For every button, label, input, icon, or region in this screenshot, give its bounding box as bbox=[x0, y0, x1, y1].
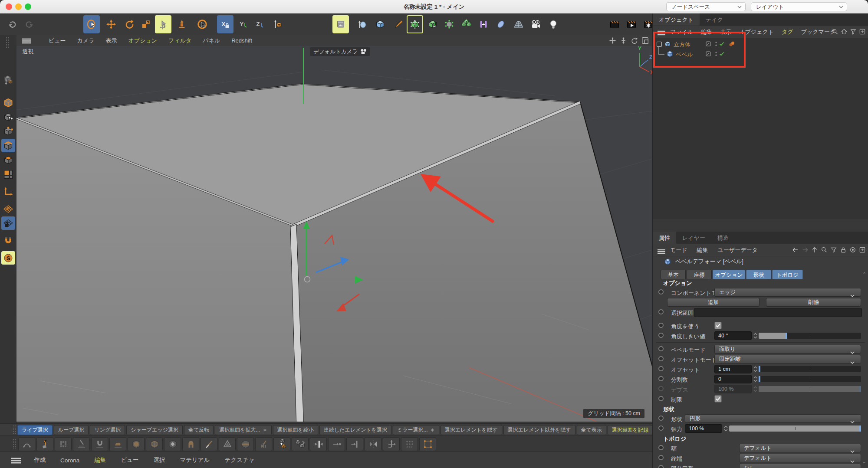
viewport-menu-ビュー[interactable]: ビュー bbox=[49, 37, 66, 45]
object-manager-menu-タグ[interactable]: タグ bbox=[782, 28, 793, 36]
bottom-menu-選択[interactable]: 選択 bbox=[153, 456, 165, 464]
lock-icon[interactable] bbox=[840, 246, 847, 253]
keyframe-circle[interactable] bbox=[658, 465, 664, 468]
matrix-extrude-icon[interactable] bbox=[182, 437, 199, 451]
keyframe-circle[interactable] bbox=[658, 366, 664, 371]
scale-tool-icon[interactable] bbox=[138, 15, 154, 33]
value-field-角度しきい値[interactable]: 40 ° bbox=[714, 331, 752, 340]
scroll-up-icon[interactable]: ⌃ bbox=[862, 272, 866, 277]
rotate-edge-icon[interactable] bbox=[292, 437, 309, 451]
undo-icon[interactable] bbox=[4, 15, 21, 33]
spline-pen-icon[interactable] bbox=[390, 15, 407, 33]
keyframe-circle[interactable] bbox=[658, 333, 664, 338]
slider-張力[interactable] bbox=[729, 425, 861, 432]
stepper-icon[interactable] bbox=[753, 386, 758, 393]
viewport-menu-カメラ[interactable]: カメラ bbox=[77, 37, 95, 45]
bottom-menu-ビュー[interactable]: ビュー bbox=[121, 456, 138, 464]
slider-オフセット[interactable] bbox=[759, 366, 861, 372]
cube-object[interactable] bbox=[16, 84, 652, 422]
bottom-menu-編集[interactable]: 編集 bbox=[94, 456, 106, 464]
layout-dropdown[interactable]: レイアウト bbox=[751, 2, 847, 11]
stepper-icon[interactable] bbox=[723, 425, 728, 432]
selection-button-選択範囲を縮小[interactable]: 選択範囲を縮小 bbox=[273, 425, 318, 435]
x-axis-lock-icon[interactable]: X bbox=[217, 15, 233, 33]
move-tool-icon[interactable] bbox=[103, 15, 119, 33]
remove-button[interactable]: 削除 bbox=[766, 298, 861, 307]
slider-handle[interactable] bbox=[859, 386, 861, 392]
back-arrow-icon[interactable] bbox=[792, 246, 799, 253]
viewport-menu-表示[interactable]: 表示 bbox=[106, 37, 117, 45]
keyframe-circle[interactable] bbox=[658, 416, 664, 421]
dropdown-部分円形[interactable]: なし bbox=[739, 464, 861, 468]
viewport-menu-icon[interactable] bbox=[22, 38, 31, 46]
toolbar-grip[interactable] bbox=[13, 439, 16, 448]
slider-分割数[interactable] bbox=[759, 376, 861, 382]
iron-tool-icon[interactable] bbox=[109, 437, 126, 451]
add-panel-icon[interactable] bbox=[859, 246, 866, 253]
set-point-value-icon[interactable]: XYZ bbox=[401, 437, 418, 451]
tab-テイク[interactable]: テイク bbox=[700, 13, 729, 26]
redo-icon[interactable] bbox=[21, 15, 37, 33]
stepper-icon[interactable] bbox=[753, 332, 758, 339]
texture-mode-icon[interactable] bbox=[1, 110, 15, 124]
render-button-icon[interactable] bbox=[623, 15, 640, 33]
subdiv-surface-icon[interactable] bbox=[407, 15, 423, 33]
value-field-分割数[interactable]: 0 bbox=[714, 375, 752, 383]
model-mode-icon[interactable] bbox=[1, 96, 15, 109]
palette-grip[interactable] bbox=[6, 37, 9, 48]
keyframe-circle[interactable] bbox=[658, 346, 664, 351]
slider-handle[interactable] bbox=[759, 366, 760, 372]
rotate-view-icon[interactable] bbox=[631, 37, 638, 44]
fields-icon[interactable] bbox=[475, 15, 492, 33]
value-field-デプス[interactable]: 100 % bbox=[714, 385, 752, 393]
solidify-icon[interactable] bbox=[237, 437, 254, 451]
keyframe-circle[interactable] bbox=[658, 289, 664, 295]
selection-button-リング選択[interactable]: リング選択 bbox=[90, 425, 125, 435]
selection-button-ミラー選択...[interactable]: ミラー選択... bbox=[393, 425, 439, 435]
rotate-tool-icon[interactable] bbox=[121, 15, 138, 33]
camera-label[interactable]: デフォルトカメラ bbox=[310, 47, 370, 56]
arch-tool-icon[interactable] bbox=[18, 437, 35, 451]
slider-handle[interactable] bbox=[759, 376, 760, 382]
attribute-menu-icon[interactable] bbox=[657, 248, 666, 256]
keyframe-circle[interactable] bbox=[658, 356, 664, 361]
stitch-sew-icon[interactable] bbox=[219, 437, 236, 451]
perspective-viewport[interactable]: 透視 デフォルトカメラ グリッド間隔 : 50 cm Y Z X bbox=[16, 46, 652, 422]
filter-icon[interactable] bbox=[830, 246, 837, 253]
selection-button-全て表示[interactable]: 全て表示 bbox=[577, 425, 606, 435]
selection-button-ライブ選択[interactable]: ライブ選択 bbox=[17, 425, 53, 435]
workplane-icon[interactable] bbox=[1, 202, 15, 216]
bottom-menu-Corona[interactable]: Corona bbox=[60, 457, 79, 464]
bottom-menu-テクスチャ[interactable]: テクスチャ bbox=[225, 456, 255, 464]
selection-button-連続したエレメントを選択[interactable]: 連続したエレメントを選択 bbox=[319, 425, 391, 435]
make-editable-icon[interactable] bbox=[1, 73, 15, 87]
viewport-menu-Redshift[interactable]: Redshift bbox=[231, 37, 252, 44]
slider-handle[interactable] bbox=[786, 333, 787, 339]
line-cut-icon[interactable] bbox=[255, 437, 272, 451]
selection-button-選択範囲を記録[interactable]: 選択範囲を記録 bbox=[608, 425, 653, 435]
viewport-menu-フィルタ[interactable]: フィルタ bbox=[168, 37, 191, 45]
object-manager-menu-ブックマーク[interactable]: ブックマーク bbox=[801, 28, 836, 36]
tab-レイヤー[interactable]: レイヤー bbox=[676, 232, 711, 244]
y-axis-lock-icon[interactable]: Y bbox=[235, 15, 252, 33]
z-axis-lock-icon[interactable]: Z bbox=[252, 15, 268, 33]
polygon-mode-icon[interactable] bbox=[1, 153, 15, 167]
search-icon[interactable] bbox=[821, 246, 828, 253]
slider-角度しきい値[interactable] bbox=[759, 333, 861, 339]
up-arrow-icon[interactable] bbox=[811, 246, 818, 253]
normal-move-icon[interactable] bbox=[273, 437, 290, 451]
collapse-icon[interactable] bbox=[328, 437, 345, 451]
add-button[interactable]: 追加 bbox=[667, 298, 760, 307]
knife-tool-icon[interactable] bbox=[201, 437, 217, 451]
spline-arc-icon[interactable] bbox=[73, 437, 90, 451]
zoom-view-icon[interactable] bbox=[620, 37, 627, 44]
view-type-label[interactable]: 透視 bbox=[23, 48, 33, 56]
dropdown-額[interactable]: デフォルト bbox=[739, 444, 861, 452]
axis-move-icon[interactable] bbox=[383, 437, 400, 451]
tab-オブジェクト[interactable]: オブジェクト bbox=[653, 13, 700, 26]
keyframe-circle[interactable] bbox=[658, 445, 664, 450]
viewport-menu-パネル[interactable]: パネル bbox=[203, 37, 220, 45]
stepper-icon[interactable] bbox=[753, 366, 758, 373]
edge-mode-icon[interactable] bbox=[1, 139, 15, 152]
dropdown-ベベルモード[interactable]: 面取り bbox=[714, 345, 861, 353]
